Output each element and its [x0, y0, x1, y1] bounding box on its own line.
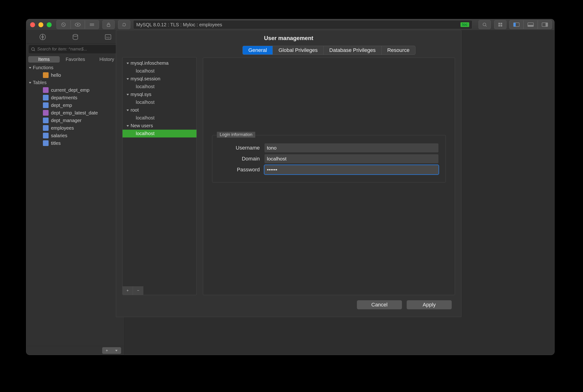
- svg-line-10: [485, 25, 486, 26]
- svg-marker-32: [126, 94, 129, 96]
- table-icon: [43, 95, 48, 100]
- subtab-favorites[interactable]: Favorites: [60, 56, 91, 62]
- main-area: User management mysql.infoschemalocalhos…: [125, 30, 554, 355]
- tree-item-dept_manager[interactable]: dept_manager: [26, 116, 124, 124]
- form-wrap: Login information Username Domain: [203, 58, 455, 295]
- options-button[interactable]: [85, 20, 99, 29]
- domain-input[interactable]: [264, 154, 438, 163]
- sidebar-connection-icon[interactable]: [38, 32, 48, 42]
- view-icon: [43, 110, 48, 116]
- svg-line-1: [62, 24, 64, 26]
- svg-point-22: [73, 34, 78, 36]
- sidebar-tree: Functions hello Tables current_dept_empd…: [26, 64, 124, 346]
- user-group-mysql-infoschema[interactable]: mysql.infoschema: [122, 59, 196, 67]
- zoom-window-icon[interactable]: [47, 22, 52, 27]
- tree-item-current_dept_emp[interactable]: current_dept_emp: [26, 86, 124, 94]
- svg-line-26: [34, 50, 35, 51]
- user-host-item[interactable]: localhost: [122, 130, 196, 138]
- svg-rect-11: [498, 23, 500, 24]
- login-fieldset: Username Domain Password: [212, 135, 446, 182]
- layout-bottom-button[interactable]: [524, 20, 538, 29]
- tree-item-salaries[interactable]: salaries: [26, 132, 124, 139]
- close-window-icon[interactable]: [30, 22, 35, 27]
- sidebar-database-icon[interactable]: [70, 32, 80, 42]
- user-host-item[interactable]: localhost: [122, 114, 196, 122]
- sidebar-dropdown-button[interactable]: [112, 347, 121, 354]
- tree-group-tables[interactable]: Tables: [26, 79, 124, 86]
- svg-marker-34: [126, 125, 129, 127]
- lock-button[interactable]: [102, 20, 115, 29]
- svg-marker-29: [115, 350, 118, 352]
- connection-bar[interactable]: MySQL 8.0.12 : TLS : Myloc : employees l…: [133, 20, 472, 29]
- tree-item-dept_emp[interactable]: dept_emp: [26, 102, 124, 109]
- svg-marker-31: [126, 78, 129, 80]
- tree-item-departments[interactable]: departments: [26, 94, 124, 102]
- tree-item-hello[interactable]: hello: [26, 71, 124, 79]
- user-host-item[interactable]: localhost: [122, 67, 196, 75]
- cancel-button[interactable]: Cancel: [357, 300, 402, 309]
- svg-marker-27: [29, 67, 31, 69]
- minimize-window-icon[interactable]: [38, 22, 43, 27]
- apply-button[interactable]: Apply: [407, 300, 452, 309]
- tree-group-functions[interactable]: Functions: [26, 64, 124, 71]
- svg-marker-28: [29, 82, 31, 84]
- user-management-dialog: User management mysql.infoschemalocalhos…: [116, 30, 462, 317]
- tab-resource[interactable]: Resource: [382, 46, 415, 54]
- table-icon: [43, 102, 48, 108]
- tree-item-titles[interactable]: titles: [26, 139, 124, 147]
- user-group-label: mysql.sys: [130, 92, 152, 97]
- tree-group-functions-label: Functions: [33, 65, 54, 70]
- titlebar: MySQL 8.0.12 : TLS : Myloc : employees l…: [26, 19, 554, 30]
- tab-database-privileges[interactable]: Database Privileges: [324, 46, 382, 54]
- sidebar-tabs: SQL: [26, 30, 124, 44]
- table-icon: [43, 140, 48, 146]
- layout-left-button[interactable]: [509, 20, 524, 29]
- sidebar: SQL Search for item: ^name$... Items Fav…: [26, 30, 125, 355]
- search-input[interactable]: Search for item: ^name$...: [29, 45, 122, 53]
- tree-item-label: titles: [51, 140, 61, 146]
- function-icon: [43, 72, 48, 78]
- user-group-mysql-session[interactable]: mysql.session: [122, 75, 196, 83]
- svg-rect-16: [514, 23, 516, 26]
- grid-button[interactable]: [494, 20, 506, 29]
- tree-item-label: salaries: [51, 133, 67, 138]
- tree-item-employees[interactable]: employees: [26, 124, 124, 132]
- stop-button[interactable]: [56, 20, 70, 29]
- password-input[interactable]: [264, 165, 438, 174]
- username-label: Username: [220, 145, 264, 151]
- user-host-item[interactable]: localhost: [122, 83, 196, 90]
- user-host-item[interactable]: localhost: [122, 98, 196, 106]
- table-icon: [43, 118, 48, 123]
- user-group-label: mysql.session: [130, 76, 160, 82]
- user-group-mysql-sys[interactable]: mysql.sys: [122, 90, 196, 98]
- layout-right-button[interactable]: [538, 20, 552, 29]
- tree-group-tables-label: Tables: [33, 80, 47, 85]
- tab-global-privileges[interactable]: Global Privileges: [273, 46, 324, 54]
- sidebar-footer: +: [26, 346, 124, 355]
- tree-item-label: employees: [51, 125, 74, 131]
- remove-user-button[interactable]: −: [133, 286, 144, 295]
- user-group-root[interactable]: root: [122, 106, 196, 114]
- sidebar-sql-icon[interactable]: SQL: [103, 32, 113, 42]
- view-button[interactable]: [70, 20, 85, 29]
- subtab-items[interactable]: Items: [28, 56, 60, 62]
- tree-item-dept_emp_latest_date[interactable]: dept_emp_latest_date: [26, 109, 124, 116]
- svg-point-3: [77, 24, 78, 25]
- add-sidebar-button[interactable]: +: [102, 347, 112, 354]
- chevron-down-icon: [126, 93, 129, 96]
- username-input[interactable]: [264, 144, 438, 152]
- dialog-title: User management: [116, 30, 461, 46]
- app-window: MySQL 8.0.12 : TLS : Myloc : employees l…: [26, 19, 554, 355]
- domain-label: Domain: [220, 156, 264, 162]
- svg-text:SQL: SQL: [106, 36, 110, 39]
- users-tree: mysql.infoschemalocalhostmysql.sessionlo…: [122, 57, 196, 286]
- users-panel: mysql.infoschemalocalhostmysql.sessionlo…: [122, 57, 197, 295]
- search-button[interactable]: [478, 20, 491, 29]
- user-group-New-users[interactable]: New users: [122, 122, 196, 130]
- add-user-button[interactable]: +: [122, 286, 133, 295]
- user-group-label: mysql.infoschema: [130, 60, 168, 66]
- loc-badge: loc: [460, 22, 469, 27]
- tab-general[interactable]: General: [243, 46, 273, 54]
- chevron-down-icon: [126, 62, 129, 65]
- refresh-button[interactable]: [118, 20, 130, 29]
